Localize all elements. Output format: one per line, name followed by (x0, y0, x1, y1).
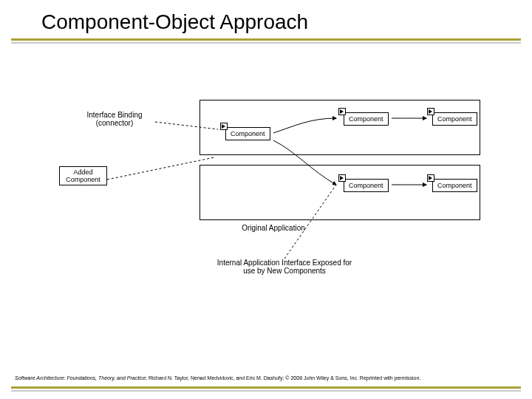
component-box: Component (344, 112, 389, 126)
interface-binding-label: Interface Binding (connector) (74, 111, 155, 127)
top-rule (11, 38, 521, 44)
component-port (220, 123, 228, 130)
bottom-rule (11, 386, 521, 392)
component-box: Component (432, 112, 477, 126)
footer-citation: Software Architecture: Foundations, Theo… (15, 375, 517, 381)
component-port (338, 108, 346, 115)
component-port (427, 174, 434, 182)
component-box: Component (432, 179, 477, 192)
added-component-box: Added Component (59, 166, 107, 185)
slide-title: Component-Object Approach (41, 10, 308, 34)
component-port (338, 174, 346, 182)
exposed-interface-label: Internal Application Interface Exposed f… (192, 259, 377, 275)
component-box: Component (225, 127, 270, 140)
component-port (427, 108, 434, 115)
component-box: Component (344, 179, 389, 192)
original-app-label: Original Application (222, 224, 325, 232)
